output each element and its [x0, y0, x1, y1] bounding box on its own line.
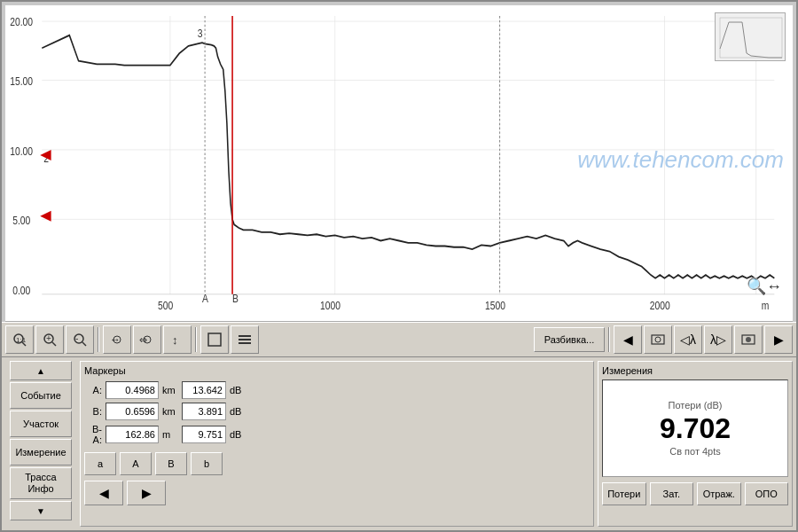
- svg-rect-45: [239, 335, 251, 337]
- marker-b-label: B:: [84, 406, 102, 417]
- svg-marker-18: [40, 211, 51, 222]
- chart-svg: A B 2 3 20.00 15.00 10.00 5.00 0.00 500 …: [5, 5, 793, 321]
- measure-btn[interactable]: Измерение: [10, 439, 72, 466]
- svg-rect-44: [208, 333, 221, 346]
- marker-row-b: B: km dB: [84, 403, 590, 420]
- marker-a-km-unit: km: [162, 385, 178, 395]
- measurements-box-label: Потери (dB): [669, 400, 723, 411]
- measurements-panel: Измерения Потери (dB) 9.702 Св пот 4pts …: [598, 361, 793, 527]
- trace-info-btn[interactable]: ТрассаИнфо: [10, 467, 72, 499]
- nav-panel: ▲ Событие Участок Измерение ТрассаИнфо ▼: [5, 361, 76, 527]
- svg-text:m: m: [762, 300, 770, 311]
- svg-text:↕: ↕: [172, 333, 178, 347]
- marker-next-btn[interactable]: ▶: [127, 481, 166, 505]
- svg-text:B: B: [232, 293, 239, 305]
- section-btn[interactable]: Участок: [10, 411, 72, 437]
- razbirka-btn[interactable]: Разбивка...: [534, 327, 605, 352]
- nav-up-btn[interactable]: ▲: [10, 361, 72, 380]
- separator-1: [98, 327, 99, 352]
- marker-buttons: a A B b: [84, 452, 590, 475]
- chart-area: A B 2 3 20.00 15.00 10.00 5.00 0.00 500 …: [5, 5, 793, 322]
- settings-btn[interactable]: [231, 325, 259, 354]
- markers-panel: Маркеры A: km dB B: km dB B-A: m: [80, 361, 594, 527]
- zoom-out-btn[interactable]: -: [66, 325, 94, 354]
- marker-A-btn[interactable]: A: [120, 452, 152, 475]
- svg-text:0.00: 0.00: [12, 285, 30, 296]
- marker-a-km-input[interactable]: [106, 381, 159, 399]
- nav-last-btn[interactable]: ▶: [764, 325, 793, 354]
- svg-text:1000: 1000: [320, 300, 340, 311]
- marker-ba-km-input[interactable]: [106, 426, 159, 443]
- svg-text:3: 3: [198, 27, 203, 39]
- separator-3: [608, 327, 610, 352]
- zoom-icon[interactable]: 🔍↔: [747, 277, 782, 296]
- marker-B-btn[interactable]: B: [155, 452, 187, 475]
- zoom-area-btn[interactable]: ⇔: [133, 325, 161, 354]
- svg-rect-29: [720, 18, 782, 58]
- measurements-sublabel: Св пот 4pts: [669, 446, 721, 457]
- svg-text:A: A: [202, 293, 208, 305]
- marker-b-db-input[interactable]: [182, 403, 226, 420]
- marker-row-a: A: km dB: [84, 381, 590, 399]
- nav-next-btn[interactable]: [734, 325, 763, 354]
- svg-rect-47: [239, 342, 251, 344]
- svg-text:5.00: 5.00: [12, 215, 30, 227]
- zoom-fit-btn[interactable]: 1:1: [5, 325, 34, 354]
- pan-v-btn[interactable]: ↕: [163, 325, 192, 354]
- nav-lambda-prev[interactable]: ◁λ: [674, 325, 702, 354]
- nav-lambda-next[interactable]: λ▷: [704, 325, 732, 354]
- screenshot-btn[interactable]: [644, 325, 672, 354]
- svg-line-34: [52, 342, 56, 346]
- measurements-buttons: Потери Зат. Отраж. ОПО: [602, 482, 788, 505]
- reflection-btn[interactable]: Отраж.: [697, 482, 741, 505]
- svg-rect-46: [239, 339, 251, 340]
- opo-btn[interactable]: ОПО: [745, 482, 789, 505]
- attenuation-btn[interactable]: Зат.: [650, 482, 694, 505]
- svg-text:20.00: 20.00: [10, 16, 33, 27]
- view-box-btn[interactable]: [200, 325, 229, 354]
- nav-prev-btn[interactable]: ◀: [614, 325, 642, 354]
- svg-text:15.00: 15.00: [10, 76, 33, 88]
- losses-btn[interactable]: Потери: [602, 482, 646, 505]
- svg-point-51: [746, 337, 751, 342]
- svg-text:500: 500: [158, 300, 173, 311]
- marker-b-km-input[interactable]: [106, 403, 159, 420]
- separator-2: [195, 327, 197, 352]
- marker-ba-km-unit: m: [162, 429, 178, 440]
- marker-ba-label: B-A:: [84, 424, 102, 445]
- marker-a-lowercase-btn[interactable]: a: [84, 452, 116, 475]
- main-container: A B 2 3 20.00 15.00 10.00 5.00 0.00 500 …: [0, 0, 798, 532]
- svg-text:-: -: [75, 333, 78, 343]
- measurements-title: Измерения: [602, 365, 788, 376]
- bottom-panel: ▲ Событие Участок Измерение ТрассаИнфо ▼…: [2, 357, 796, 530]
- svg-text:↔: ↔: [110, 333, 121, 346]
- marker-ba-db-input[interactable]: [182, 426, 226, 443]
- toolbar: 1:1 + - ↔ ⇔ ↕ Разбивка... ◀ ◁λ: [2, 322, 796, 357]
- svg-point-49: [655, 337, 661, 342]
- marker-b-db-unit: dB: [230, 406, 241, 417]
- marker-b-km-unit: km: [162, 406, 178, 417]
- svg-text:1500: 1500: [485, 300, 505, 311]
- marker-a-db-input[interactable]: [182, 381, 226, 399]
- svg-line-37: [82, 342, 86, 346]
- thumbnail-box: [715, 12, 786, 61]
- marker-a-label: A:: [84, 385, 102, 395]
- svg-text:10.00: 10.00: [10, 145, 33, 157]
- pan-h-btn[interactable]: ↔: [103, 325, 131, 354]
- nav-down-btn[interactable]: ▼: [10, 501, 72, 520]
- measurements-value: 9.702: [660, 414, 731, 442]
- zoom-in-btn[interactable]: +: [35, 325, 64, 354]
- marker-row-ba: B-A: m dB: [84, 424, 590, 445]
- svg-text:2000: 2000: [650, 300, 670, 311]
- marker-b-lowercase-btn[interactable]: b: [191, 452, 223, 475]
- marker-nav-buttons: ◀ ▶: [84, 481, 590, 505]
- svg-text:+: +: [46, 333, 51, 343]
- event-btn[interactable]: Событие: [10, 382, 72, 409]
- marker-a-db-unit: dB: [230, 385, 241, 395]
- svg-text:1:1: 1:1: [16, 336, 27, 344]
- measurements-box: Потери (dB) 9.702 Св пот 4pts: [602, 379, 788, 477]
- marker-prev-btn[interactable]: ◀: [84, 481, 123, 505]
- marker-ba-db-unit: dB: [230, 429, 241, 440]
- markers-title: Маркеры: [84, 365, 590, 376]
